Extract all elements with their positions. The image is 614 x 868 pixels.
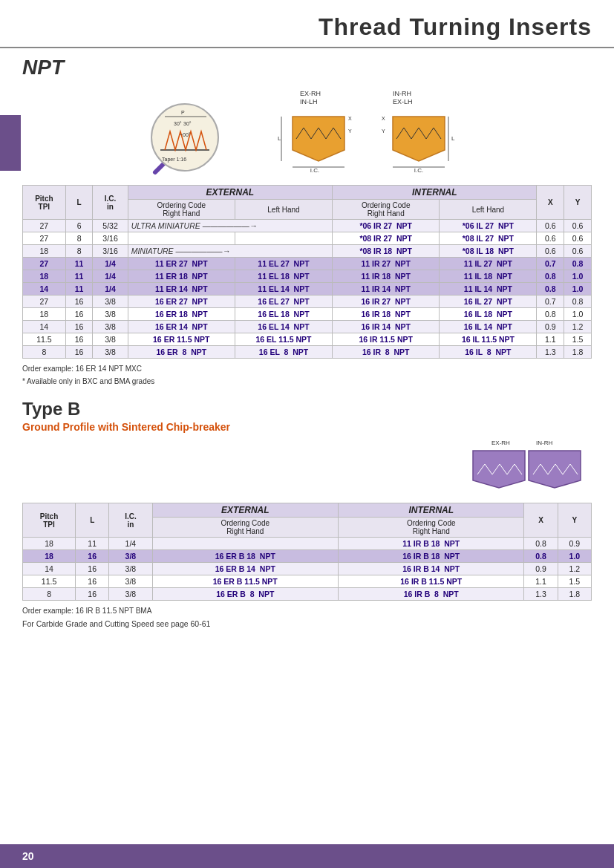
npt-section-title: NPT [22, 56, 592, 79]
type-b-insert-diagram: EX-RH IN-RH [458, 437, 592, 497]
table-row: 27 6 5/32 ULTRA MINIATURE ——————→ *06 IR… [23, 220, 592, 232]
typeb-internal-header: INTERNAL [338, 503, 523, 518]
table-row: 8 16 3/8 16 ER 8 NPT 16 EL 8 NPT 16 IR 8… [23, 346, 592, 359]
svg-text:I.C.: I.C. [310, 167, 319, 174]
table-row: 11.5 16 3/8 16 ER 11.5 NPT 16 EL 11.5 NP… [23, 333, 592, 346]
col-l: L [65, 186, 93, 220]
internal-header: INTERNAL [333, 186, 537, 200]
svg-text:EX-RH: EX-RH [491, 440, 510, 446]
typeb-col-x: X [524, 503, 558, 538]
npt-note: * Available only in BXC and BMA grades [22, 377, 592, 385]
svg-text:X: X [382, 116, 385, 121]
page-header: Thread Turning Inserts [0, 0, 614, 48]
type-b-title: Type B [22, 399, 592, 420]
type-b-section: Type B Ground Profile with Sintered Chip… [22, 399, 592, 433]
type-b-subtitle: Ground Profile with Sintered Chip-breake… [22, 421, 592, 433]
table-row: 18 11 1/4 11 IR B 18 NPT 0.8 0.9 [23, 538, 592, 550]
svg-text:~00°: ~00° [180, 132, 191, 137]
ext-rh-header: Ordering CodeRight Hand [128, 200, 235, 220]
typeb-ext-rh-header: Ordering CodeRight Hand [152, 518, 338, 538]
table-row: 18 16 3/8 16 ER 18 NPT 16 EL 18 NPT 16 I… [23, 308, 592, 321]
table-row: 11.5 16 3/8 16 ER B 11.5 NPT 16 IR B 11.… [23, 575, 592, 588]
page-footer: 20 [0, 844, 614, 868]
diagram-area: 30° 30° Taper 1:16 P ~00° EX-RH IN-LH IN… [22, 87, 592, 176]
svg-text:EX-LH: EX-LH [393, 98, 413, 105]
typeb-external-header: EXTERNAL [152, 503, 338, 518]
svg-text:X: X [348, 116, 352, 121]
typeb-col-l: L [76, 503, 109, 538]
thread-diagram: 30° 30° Taper 1:16 P ~00° [129, 87, 248, 176]
table-row: 27 11 1/4 11 ER 27 NPT 11 EL 27 NPT 11 I… [23, 258, 592, 270]
svg-text:IN-RH: IN-RH [536, 440, 552, 446]
col-y: Y [564, 186, 592, 220]
footer-note: For Carbide Grade and Cutting Speed see … [22, 619, 592, 628]
int-rh-header: Ordering CodeRight Hand [333, 200, 440, 220]
typeb-col-y: Y [558, 503, 591, 538]
col-pitch: PitchTPI [23, 186, 66, 220]
npt-order-example: Order example: 16 ER 14 NPT MXC [22, 365, 592, 373]
int-lh-header: Left Hand [440, 200, 537, 220]
svg-text:EX-RH: EX-RH [300, 90, 321, 97]
svg-text:IN-RH: IN-RH [393, 90, 411, 97]
page-number: 20 [22, 850, 34, 862]
typeb-int-rh-header: Ordering CodeRight Hand [338, 518, 523, 538]
table-row: 18 11 1/4 11 ER 18 NPT 11 EL 18 NPT 11 I… [23, 270, 592, 283]
svg-text:I.C.: I.C. [414, 167, 422, 174]
table-row: 14 16 3/8 16 ER B 14 NPT 16 IR B 14 NPT … [23, 563, 592, 575]
npt-table-container: PitchTPI L I.C.in EXTERNAL INTERNAL X Y … [0, 185, 614, 385]
table-row: 8 16 3/8 16 ER B 8 NPT 16 IR B 8 NPT 1.3… [23, 588, 592, 601]
svg-text:L: L [278, 135, 281, 142]
typeb-order-example: Order example: 16 IR B 11.5 NPT BMA [22, 607, 592, 615]
insert-diagram: EX-RH IN-LH IN-RH EX-LH L I.C. X Y L I.C… [278, 87, 486, 176]
svg-text:P: P [181, 110, 185, 115]
page-title: Thread Turning Inserts [22, 13, 592, 41]
typeb-col-ic: I.C.in [109, 503, 152, 538]
table-row: 27 8 3/16 *08 IR 27 NPT *08 IL 27 NPT 0.… [23, 232, 592, 245]
type-b-diagram-area: EX-RH IN-RH [22, 437, 592, 497]
col-x: X [537, 186, 564, 220]
table-row: 18 8 3/16 MINIATURE ——————→ *08 IR 18 NP… [23, 245, 592, 258]
type-b-table-container: PitchTPI L I.C.in EXTERNAL INTERNAL X Y … [0, 503, 614, 615]
ext-lh-header: Left Hand [235, 200, 332, 220]
table-row: 14 11 1/4 11 ER 14 NPT 11 EL 14 NPT 11 I… [23, 283, 592, 296]
table-row: 27 16 3/8 16 ER 27 NPT 16 EL 27 NPT 16 I… [23, 296, 592, 308]
table-row: 14 16 3/8 16 ER 14 NPT 16 EL 14 NPT 16 I… [23, 321, 592, 333]
purple-accent-bar [0, 115, 21, 171]
type-b-table: PitchTPI L I.C.in EXTERNAL INTERNAL X Y … [22, 503, 592, 601]
svg-text:IN-LH: IN-LH [300, 98, 318, 105]
svg-text:Y: Y [348, 128, 352, 134]
typeb-col-pitch: PitchTPI [23, 503, 76, 538]
svg-text:Y: Y [382, 128, 385, 134]
svg-text:Taper 1:16: Taper 1:16 [162, 157, 186, 163]
svg-text:L: L [451, 135, 455, 142]
npt-table: PitchTPI L I.C.in EXTERNAL INTERNAL X Y … [22, 185, 592, 359]
table-row: 18 16 3/8 16 ER B 18 NPT 16 IR B 18 NPT … [23, 550, 592, 563]
svg-marker-13 [293, 117, 344, 161]
col-ic: I.C.in [93, 186, 128, 220]
svg-text:30°: 30° [174, 121, 182, 126]
svg-marker-20 [393, 117, 445, 161]
external-header: EXTERNAL [128, 186, 332, 200]
svg-text:30°: 30° [183, 121, 192, 126]
